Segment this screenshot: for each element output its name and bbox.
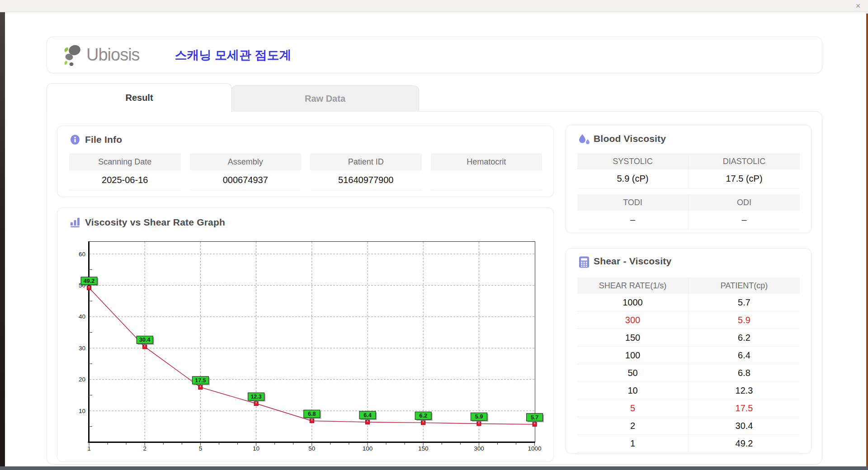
- shear-rate-cell: 300: [577, 311, 689, 329]
- app-header: Ubiosis 스캐닝 모세관 점도계: [47, 37, 822, 73]
- svg-text:10: 10: [79, 408, 85, 414]
- column-header: TODI: [577, 194, 689, 211]
- app-title: 스캐닝 모세관 점도계: [175, 47, 292, 63]
- value-cell: –: [689, 211, 800, 230]
- table-row: 1506.2: [577, 329, 800, 347]
- column-header: ODI: [689, 194, 800, 211]
- svg-text:1000: 1000: [528, 445, 542, 452]
- shear-rate-cell: 1000: [577, 294, 689, 311]
- svg-text:10: 10: [253, 445, 259, 452]
- table-value-row: ––: [577, 211, 800, 230]
- svg-text:6.2: 6.2: [420, 413, 427, 419]
- svg-text:6.8: 6.8: [308, 411, 316, 417]
- blood-viscosity-card: Blood Viscosity SYSTOLICDIASTOLIC5.9 (cP…: [566, 125, 811, 233]
- tab-raw-data[interactable]: Raw Data: [231, 85, 419, 112]
- desktop-edge-left: [0, 12, 5, 470]
- table-header-row: TODIODI: [577, 194, 800, 211]
- shear-rate-cell: 100: [577, 347, 689, 364]
- svg-text:2: 2: [143, 445, 146, 452]
- viscosity-plot: 1020304050601251050100150300100049.230.4…: [68, 235, 547, 452]
- file-info-field-label: Assembly: [190, 153, 302, 170]
- svg-text:1: 1: [87, 445, 91, 452]
- table-row: 3005.9: [577, 311, 800, 329]
- patient-viscosity-cell: 49.2: [689, 435, 800, 452]
- patient-viscosity-cell: 6.2: [689, 329, 800, 347]
- info-icon: [70, 135, 80, 145]
- table-row: 517.5: [577, 400, 800, 417]
- shear-rate-cell: 2: [577, 417, 689, 435]
- shear-rate-cell: 1: [577, 435, 689, 452]
- file-info-field-label: Scanning Date: [69, 153, 181, 170]
- patient-viscosity-cell: 12.3: [689, 382, 800, 400]
- svg-text:12.3: 12.3: [250, 394, 261, 400]
- shear-viscosity-title: Shear - Viscosity: [594, 256, 671, 267]
- close-icon[interactable]: ×: [853, 1, 863, 11]
- svg-text:5: 5: [199, 445, 203, 452]
- file-info-field-value: 000674937: [190, 170, 302, 190]
- file-info-field-value: 51640977900: [310, 170, 422, 190]
- value-cell: –: [577, 211, 689, 230]
- svg-text:5.9: 5.9: [475, 414, 483, 420]
- svg-text:300: 300: [474, 445, 484, 452]
- column-header: SHEAR RATE(1/s): [577, 277, 689, 294]
- desktop-edge-right: [866, 14, 868, 470]
- value-cell: 17.5 (cP): [689, 169, 800, 188]
- table-row: 506.8: [577, 364, 800, 382]
- svg-text:49.2: 49.2: [84, 278, 94, 284]
- file-info-field-value: [431, 170, 542, 190]
- file-info-value-row: 2025-06-1600067493751640977900: [69, 170, 542, 190]
- shear-rate-cell: 50: [577, 364, 689, 382]
- graph-title: Viscosity vs Shear Rate Graph: [85, 217, 225, 228]
- window-titlebar: ×: [0, 0, 868, 12]
- svg-text:20: 20: [79, 376, 85, 383]
- column-header: DIASTOLIC: [689, 153, 800, 169]
- table-row: 1012.3: [577, 382, 800, 400]
- bar-chart-icon: [70, 217, 80, 227]
- file-info-card: File Info Scanning DateAssemblyPatient I…: [57, 126, 554, 197]
- shear-rate-cell: 150: [577, 329, 689, 347]
- ubiosis-logo-icon: [62, 43, 85, 67]
- patient-viscosity-cell: 6.8: [689, 364, 800, 382]
- patient-viscosity-cell: 5.7: [689, 294, 800, 311]
- table-header-row: SHEAR RATE(1/s)PATIENT(cp): [577, 277, 800, 294]
- table-header-row: SYSTOLICDIASTOLIC: [577, 153, 800, 169]
- column-header: PATIENT(cp): [689, 277, 800, 294]
- file-info-field-label: Hematocrit: [431, 153, 542, 170]
- shear-rate-cell: 10: [577, 382, 689, 400]
- viscosity-graph-card: Viscosity vs Shear Rate Graph 1020304050…: [57, 207, 554, 462]
- patient-viscosity-cell: 17.5: [689, 400, 800, 417]
- shear-rate-cell: 5: [577, 400, 689, 417]
- patient-viscosity-cell: 6.4: [689, 347, 800, 364]
- patient-viscosity-cell: 30.4: [689, 417, 800, 435]
- table-row: 10005.7: [577, 294, 800, 311]
- blood-droplets-icon: [579, 134, 589, 144]
- svg-text:30: 30: [79, 345, 85, 352]
- calculator-icon: [579, 256, 589, 266]
- svg-text:17.5: 17.5: [195, 377, 206, 384]
- desktop-edge-bottom: [0, 466, 868, 470]
- blood-viscosity-table: SYSTOLICDIASTOLIC5.9 (cP)17.5 (cP)TODIOD…: [577, 153, 800, 230]
- svg-text:30.4: 30.4: [139, 337, 150, 343]
- patient-viscosity-cell: 5.9: [689, 311, 800, 329]
- file-info-title: File Info: [85, 134, 122, 145]
- shear-viscosity-card: Shear - Viscosity SHEAR RATE(1/s)PATIENT…: [566, 248, 811, 454]
- logo: Ubiosis: [62, 43, 140, 67]
- tab-result[interactable]: Result: [47, 83, 232, 112]
- file-info-header-row: Scanning DateAssemblyPatient IDHematocri…: [69, 153, 542, 170]
- svg-text:150: 150: [418, 445, 429, 452]
- table-value-row: 5.9 (cP)17.5 (cP): [577, 169, 800, 188]
- blood-viscosity-title: Blood Viscosity: [594, 133, 666, 144]
- table-row: 230.4: [577, 417, 800, 435]
- file-info-field-label: Patient ID: [310, 153, 422, 170]
- table-row: 1006.4: [577, 347, 800, 364]
- svg-text:60: 60: [79, 251, 85, 258]
- svg-text:5.7: 5.7: [531, 414, 538, 421]
- file-info-field-value: 2025-06-16: [69, 170, 181, 190]
- svg-text:50: 50: [308, 445, 315, 452]
- shear-viscosity-table: SHEAR RATE(1/s)PATIENT(cp)10005.73005.91…: [577, 277, 800, 452]
- column-header: SYSTOLIC: [577, 153, 689, 169]
- table-row: 149.2: [577, 435, 800, 452]
- svg-text:6.4: 6.4: [363, 412, 371, 418]
- svg-text:40: 40: [79, 313, 85, 320]
- table-gap: [577, 188, 800, 194]
